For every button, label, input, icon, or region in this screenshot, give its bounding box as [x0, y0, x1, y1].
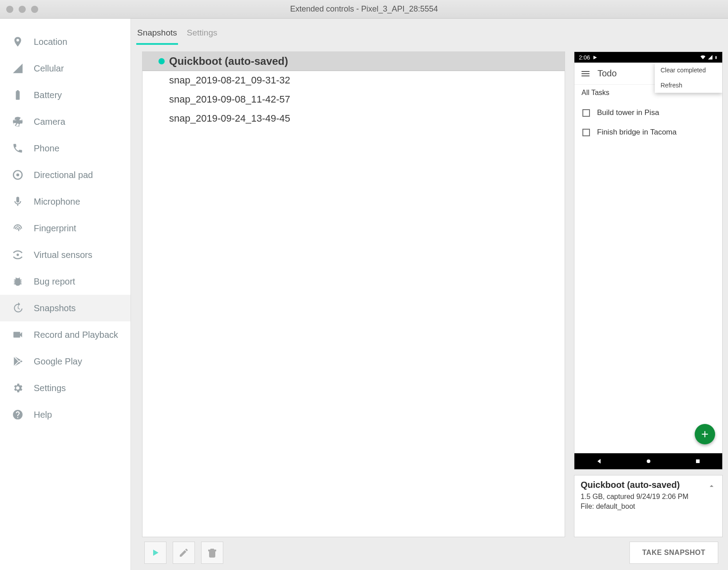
- microphone-icon: [12, 195, 24, 208]
- sidebar-item-microphone[interactable]: Microphone: [0, 188, 131, 215]
- bug-icon: [12, 275, 24, 288]
- plus-icon: +: [701, 427, 708, 441]
- location-pin-icon: [12, 36, 24, 48]
- overflow-menu: Clear completed Refresh: [655, 63, 722, 93]
- sidebar-item-battery[interactable]: Battery: [0, 82, 131, 108]
- sidebar-item-record-playback[interactable]: Record and Playback: [0, 321, 131, 348]
- window-title: Extended controls - Pixel_3_API_28:5554: [0, 4, 728, 14]
- edit-snapshot-button[interactable]: [173, 542, 195, 564]
- gear-icon: [12, 382, 24, 394]
- sidebar-item-label: Phone: [34, 143, 59, 154]
- sidebar-item-label: Record and Playback: [34, 330, 118, 340]
- tab-settings[interactable]: Settings: [186, 28, 218, 45]
- tab-snapshots[interactable]: Snapshots: [136, 28, 178, 45]
- active-indicator-icon: [158, 58, 165, 64]
- snapshot-label: snap_2019-08-21_09-31-32: [169, 75, 290, 86]
- details-file: File: default_boot: [581, 502, 716, 511]
- sidebar-item-help[interactable]: Help: [0, 401, 131, 428]
- play-icon: [150, 547, 161, 558]
- help-icon: [12, 408, 24, 421]
- todo-item[interactable]: Finish bridge in Tacoma: [574, 123, 722, 142]
- sidebar-item-directional-pad[interactable]: Directional pad: [0, 162, 131, 188]
- checkbox-icon[interactable]: [582, 109, 590, 117]
- zoom-window-icon[interactable]: [31, 6, 38, 13]
- hamburger-menu-icon[interactable]: [582, 70, 590, 78]
- collapse-details-button[interactable]: [707, 482, 716, 492]
- svg-point-3: [646, 459, 650, 463]
- nav-home-icon[interactable]: [645, 458, 652, 464]
- app-title: Todo: [597, 68, 617, 79]
- sidebar-item-bug-report[interactable]: Bug report: [0, 268, 131, 295]
- snapshot-label: snap_2019-09-24_13-49-45: [169, 113, 290, 124]
- sidebar-item-label: Bug report: [34, 277, 75, 287]
- sidebar-item-label: Location: [34, 37, 67, 47]
- snapshot-quickboot-row[interactable]: Quickboot (auto-saved): [142, 52, 565, 71]
- cellular-signal-icon: [12, 62, 24, 75]
- sensors-icon: [12, 249, 24, 261]
- sidebar-item-google-play[interactable]: Google Play: [0, 348, 131, 375]
- take-snapshot-button[interactable]: TAKE SNAPSHOT: [629, 542, 718, 564]
- menu-item-clear-completed[interactable]: Clear completed: [655, 63, 722, 78]
- sidebar-item-label: Directional pad: [34, 170, 93, 180]
- snapshot-details: Quickboot (auto-saved) 1.5 GB, captured …: [574, 475, 723, 537]
- sidebar-item-label: Google Play: [34, 356, 82, 367]
- sidebar-item-virtual-sensors[interactable]: Virtual sensors: [0, 241, 131, 268]
- sidebar-item-phone[interactable]: Phone: [0, 135, 131, 162]
- todo-item[interactable]: Build tower in Pisa: [574, 103, 722, 123]
- app-header: Todo Clear completed Refresh: [574, 63, 722, 85]
- sidebar-item-label: Virtual sensors: [34, 250, 92, 260]
- app-body: All Tasks Build tower in Pisa Finish bri…: [574, 85, 722, 453]
- pencil-icon: [178, 547, 189, 558]
- footer: TAKE SNAPSHOT: [131, 542, 728, 570]
- device-preview: 2:06 Todo Clear completed: [574, 51, 723, 470]
- dpad-icon: [12, 169, 24, 181]
- nav-back-icon[interactable]: [596, 458, 602, 464]
- snapshot-list: Quickboot (auto-saved) snap_2019-08-21_0…: [142, 51, 565, 537]
- checkbox-icon[interactable]: [582, 129, 590, 136]
- play-snapshot-button[interactable]: [144, 542, 166, 564]
- snapshot-label: Quickboot (auto-saved): [169, 55, 288, 67]
- sidebar-item-camera[interactable]: Camera: [0, 108, 131, 135]
- fab-add-button[interactable]: +: [695, 424, 715, 444]
- nav-recent-icon[interactable]: [695, 458, 701, 464]
- sidebar-item-label: Help: [34, 410, 52, 420]
- snapshot-row[interactable]: snap_2019-08-21_09-31-32: [142, 71, 565, 90]
- menu-item-refresh[interactable]: Refresh: [655, 78, 722, 93]
- sidebar-item-fingerprint[interactable]: Fingerprint: [0, 215, 131, 241]
- sidebar-item-label: Camera: [34, 117, 65, 127]
- statusbar-time: 2:06: [579, 54, 590, 61]
- svg-point-1: [16, 174, 20, 177]
- camera-aperture-icon: [12, 115, 24, 128]
- window-traffic-lights: [6, 6, 38, 13]
- sidebar-item-label: Snapshots: [34, 303, 76, 313]
- sidebar-item-settings[interactable]: Settings: [0, 375, 131, 401]
- phone-icon: [12, 142, 24, 154]
- snapshot-row[interactable]: snap_2019-09-24_13-49-45: [142, 109, 565, 128]
- details-title: Quickboot (auto-saved): [581, 480, 716, 490]
- minimize-window-icon[interactable]: [19, 6, 26, 13]
- sidebar: Location Cellular Battery Camera Phone: [0, 19, 131, 570]
- chevron-up-icon: [707, 482, 716, 491]
- todo-label: Finish bridge in Tacoma: [597, 128, 677, 137]
- todo-label: Build tower in Pisa: [597, 108, 659, 117]
- trash-icon: [207, 547, 218, 558]
- wifi-icon: [700, 55, 706, 60]
- fingerprint-icon: [12, 222, 24, 234]
- android-navbar: [574, 453, 722, 469]
- window-titlebar: Extended controls - Pixel_3_API_28:5554: [0, 0, 728, 19]
- battery-status-icon: [714, 55, 718, 60]
- sidebar-item-label: Battery: [34, 90, 62, 100]
- svg-point-2: [16, 253, 19, 256]
- history-icon: [12, 302, 24, 314]
- sidebar-item-cellular[interactable]: Cellular: [0, 55, 131, 82]
- sidebar-item-label: Fingerprint: [34, 223, 76, 234]
- android-statusbar: 2:06: [574, 52, 722, 63]
- snapshot-row[interactable]: snap_2019-09-08_11-42-57: [142, 90, 565, 109]
- google-play-icon: [12, 355, 24, 368]
- sidebar-item-snapshots[interactable]: Snapshots: [0, 295, 131, 321]
- close-window-icon[interactable]: [6, 6, 13, 13]
- delete-snapshot-button[interactable]: [201, 542, 223, 564]
- details-meta: 1.5 GB, captured 9/24/19 2:06 PM: [581, 492, 716, 502]
- sidebar-item-location[interactable]: Location: [0, 28, 131, 55]
- sidebar-item-label: Cellular: [34, 63, 64, 74]
